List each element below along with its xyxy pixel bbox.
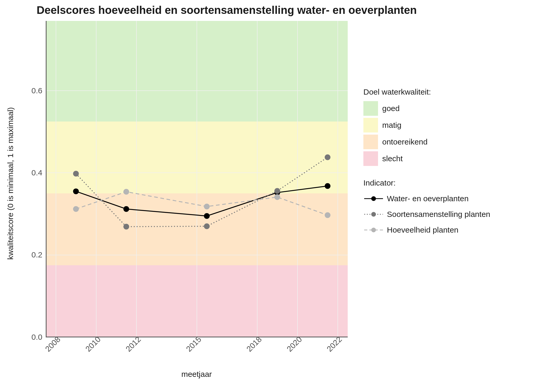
legend-label-slecht: slecht <box>382 154 403 163</box>
data-point <box>204 204 210 209</box>
legend-item-hoeveelheid: Hoeveelheid planten <box>363 223 490 237</box>
x-tick-2012: 2012 <box>124 335 142 353</box>
plot-area <box>46 21 348 337</box>
legend-indicator-title: Indicator: <box>363 178 490 187</box>
data-point <box>123 189 129 195</box>
series-line <box>76 186 328 216</box>
swatch-goed <box>363 101 378 116</box>
x-tick-2022: 2022 <box>325 335 344 353</box>
legend-quality-title: Doel waterkwaliteit: <box>363 88 490 96</box>
svg-point-5 <box>371 228 376 232</box>
swatch-matig <box>363 118 378 132</box>
x-tick-2018: 2018 <box>245 335 263 353</box>
data-point <box>274 194 280 200</box>
y-axis-label: kwaliteitscore (0 is minimaal, 1 is maxi… <box>6 107 15 260</box>
data-point <box>325 183 330 189</box>
y-axis-line <box>46 21 47 337</box>
x-tick-2015: 2015 <box>184 335 203 353</box>
x-tick-2020: 2020 <box>285 335 304 353</box>
data-point <box>123 206 129 212</box>
data-point <box>73 188 79 194</box>
legend-label-water-oever: Water- en oeverplanten <box>387 194 468 203</box>
legend-indicator-section: Indicator: Water- en oeverplanten Soorte… <box>363 178 490 237</box>
legend-label-soorten: Soortensamenstelling planten <box>387 210 490 219</box>
swatch-slecht <box>363 151 378 166</box>
legend-label-hoeveelheid: Hoeveelheid planten <box>387 226 459 234</box>
data-point <box>204 213 210 219</box>
legend-line-dashed-icon <box>363 225 384 235</box>
legend-item-goed: goed <box>363 101 490 116</box>
legend-item-ontoereikend: ontoereikend <box>363 135 490 149</box>
x-axis-label: meetjaar <box>181 370 212 379</box>
chart-title: Deelscores hoeveelheid en soortensamenst… <box>37 4 417 16</box>
svg-point-3 <box>371 212 376 217</box>
chart-container: Deelscores hoeveelheid en soortensamenst… <box>0 0 549 392</box>
data-point <box>204 223 210 229</box>
data-point <box>325 154 330 160</box>
legend-label-matig: matig <box>382 121 401 130</box>
y-tick-0: 0.0 <box>16 333 42 342</box>
legend-item-water-oever: Water- en oeverplanten <box>363 192 490 205</box>
x-tick-2010: 2010 <box>84 335 102 353</box>
legend-item-slecht: slecht <box>363 151 490 166</box>
legend-label-goed: goed <box>382 104 400 113</box>
legend-quality-section: Doel waterkwaliteit: goed matig ontoerei… <box>363 88 490 166</box>
series-line <box>76 157 328 227</box>
svg-point-1 <box>371 196 376 201</box>
legend-label-ontoereikend: ontoereikend <box>382 137 427 146</box>
data-point <box>325 212 330 218</box>
x-tick-2008: 2008 <box>43 335 62 353</box>
legend-line-dotted-icon <box>363 209 384 220</box>
legend-line-solid-icon <box>363 193 384 204</box>
y-tick-0.4: 0.4 <box>16 168 42 177</box>
data-point <box>274 188 280 194</box>
data-point <box>123 224 129 229</box>
data-point <box>73 206 79 212</box>
y-tick-0.2: 0.2 <box>16 250 42 259</box>
legend-item-matig: matig <box>363 118 490 132</box>
plot-svg <box>46 21 348 337</box>
y-tick-0.6: 0.6 <box>16 86 42 95</box>
series-line <box>76 192 328 215</box>
swatch-ontoereikend <box>363 135 378 149</box>
legend: Doel waterkwaliteit: goed matig ontoerei… <box>363 88 490 249</box>
data-point <box>73 171 79 177</box>
legend-item-soorten: Soortensamenstelling planten <box>363 208 490 221</box>
